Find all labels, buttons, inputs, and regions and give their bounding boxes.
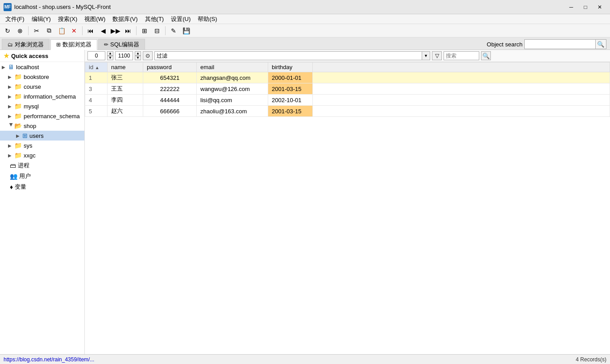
minimize-button[interactable]: ─ [564,2,578,12]
row-count-input[interactable] [115,51,133,60]
cut-button[interactable]: ✂ [31,25,42,36]
start-row-input[interactable] [87,51,105,60]
expand-arrow-shop: ▶ [9,123,14,129]
delete-button[interactable]: ✕ [68,25,80,36]
folder-icon-course: 📁 [14,83,22,90]
quick-access-label: Quick access [11,53,48,59]
table-body: 1张三654321zhangsan@qq.com2000-01-013王五222… [85,72,610,117]
sidebar-item-sys[interactable]: ▶ 📁 sys [0,141,84,150]
menu-item-x[interactable]: 搜索(X) [54,14,81,24]
menu-item-s[interactable]: 帮助(S) [194,14,220,24]
sidebar-item-bookstore[interactable]: ▶ 📁 bookstore [0,72,84,82]
object-search-input[interactable] [524,39,596,49]
tab-sql-editor[interactable]: ✏ SQL编辑器 [98,39,145,50]
toolbar-separator-1 [28,26,29,35]
menu-item-u[interactable]: 设置(U) [167,14,194,24]
server-icon: 🖥 [8,63,14,70]
folder-icon-xxgc: 📁 [14,152,22,159]
cell-id: 5 [85,106,108,117]
edit-button[interactable]: ✎ [168,25,179,36]
row-start-up[interactable]: ▲ [107,51,113,56]
cell-email: zhaoliu@163.com [197,106,268,117]
col-header-birthday[interactable]: birthday [268,62,313,72]
col-header-id[interactable]: id ▲ [85,62,108,72]
tab-object-browser[interactable]: 🗂 对象浏览器 [2,39,50,50]
menu-item-y[interactable]: 编辑(Y) [28,14,54,24]
filter-funnel-button[interactable]: ▽ [432,51,442,60]
cell-name: 赵六 [108,106,143,117]
col-header-name[interactable]: name [108,62,143,72]
sidebar-item-localhost[interactable]: ▶ 🖥 localhost [0,62,84,72]
col-header-email[interactable]: email [197,62,268,72]
object-search-container: Object search 🔍 [487,39,606,49]
folder-icon-shop: 📂 [14,122,22,129]
save-button[interactable]: 💾 [180,25,192,36]
sidebar-label-localhost: localhost [16,64,39,70]
cell-empty [313,83,610,95]
tab-data-browser[interactable]: ⊞ 数据浏览器 [50,39,97,50]
menu-item-t[interactable]: 其他(T) [141,14,168,24]
paste-button[interactable]: 📋 [56,25,67,36]
menu-bar: 文件(F)编辑(Y)搜索(X)视图(W)数据库(V)其他(T)设置(U)帮助(S… [0,14,610,24]
data-table-container[interactable]: id ▲ name password email [85,62,610,354]
table-row[interactable]: 3王五222222wangwu@126.com2001-03-15 [85,83,610,95]
tab-sql-editor-label: SQL编辑器 [110,41,139,49]
sidebar-label-process: 进程 [18,161,29,170]
tab-data-browser-label: 数据浏览器 [62,41,91,49]
title-bar: MF localhost - shop.users - MySQL-Front … [0,0,610,14]
sidebar-item-information-schema[interactable]: ▶ 📁 information_schema [0,91,84,101]
grid1-button[interactable]: ⊞ [139,25,150,36]
table-row[interactable]: 4李四444444lisi@qq.com2002-10-01 [85,95,610,106]
content-area: ▲ ▼ ▲ ▼ ⊙ 过滤 ▼ ▽ 🔍 [85,50,610,354]
sidebar-item-course[interactable]: ▶ 📁 course [0,82,84,91]
cell-email: zhangsan@qq.com [197,72,268,83]
sidebar-item-mysql[interactable]: ▶ 📁 mysql [0,101,84,111]
filter-search-input[interactable] [444,51,479,60]
maximize-button[interactable]: □ [579,2,592,12]
window-title: localhost - shop.users - MySQL-Front [14,4,564,10]
prev-button[interactable]: ◀ [97,25,109,36]
variables-icon: ♦ [10,183,13,190]
refresh-button[interactable]: ↻ [2,25,13,36]
stop-button[interactable]: ⊗ [14,25,26,36]
table-row[interactable]: 5赵六666666zhaoliu@163.com2001-03-15 [85,106,610,117]
close-button[interactable]: ✕ [593,2,606,12]
sidebar-item-xxgc[interactable]: ▶ 📁 xxgc [0,150,84,160]
table-row[interactable]: 1张三654321zhangsan@qq.com2000-01-01 [85,72,610,83]
menu-item-w[interactable]: 视图(W) [81,14,109,24]
sidebar-label-users-admin: 用户 [19,172,31,180]
object-search-button[interactable]: 🔍 [596,39,606,49]
last-button[interactable]: ⏭ [122,25,134,36]
sidebar-item-variables[interactable]: ▶ ♦ 变量 [0,182,84,192]
row-count-down[interactable]: ▼ [135,56,141,60]
row-start-down[interactable]: ▼ [107,56,113,60]
sidebar-item-shop[interactable]: ▶ 📂 shop [0,121,84,131]
filter-search-button[interactable]: 🔍 [481,51,491,60]
first-button[interactable]: ⏮ [85,25,96,36]
next-fast-button[interactable]: ▶▶ [110,25,121,36]
cell-email: lisi@qq.com [197,95,268,106]
sidebar-label-variables: 变量 [15,183,26,191]
expand-arrow-users: ▶ [16,133,22,138]
sidebar-item-performance-schema[interactable]: ▶ 📁 performance_schema [0,111,84,121]
sidebar-item-users-admin[interactable]: ▶ 👥 用户 [0,171,84,182]
window-controls: ─ □ ✕ [564,2,606,12]
filter-select[interactable]: 过滤 [154,51,422,60]
col-header-password[interactable]: password [143,62,197,72]
sidebar-item-process[interactable]: ▶ 🗃 进程 [0,160,84,171]
menu-item-v[interactable]: 数据库(V) [109,14,141,24]
quick-access[interactable]: ★ Quick access [0,50,84,62]
row-count-up[interactable]: ▲ [135,51,141,56]
sort-arrow-id: ▲ [95,65,100,70]
apply-filter-button[interactable]: ⊙ [143,51,153,60]
grid2-button[interactable]: ⊟ [151,25,163,36]
copy-button[interactable]: ⧉ [43,25,55,36]
menu-item-f[interactable]: 文件(F) [2,14,28,24]
sidebar-item-users[interactable]: ▶ ⊞ users [0,131,84,141]
filter-dropdown-arrow[interactable]: ▼ [422,51,430,60]
cell-birthday: 2002-10-01 [268,95,313,106]
expand-arrow-bookstore: ▶ [8,74,14,79]
cell-birthday: 2000-01-01 [268,72,313,83]
expand-arrow-course: ▶ [8,84,14,89]
row-count-spinner: ▲ ▼ [135,51,141,60]
